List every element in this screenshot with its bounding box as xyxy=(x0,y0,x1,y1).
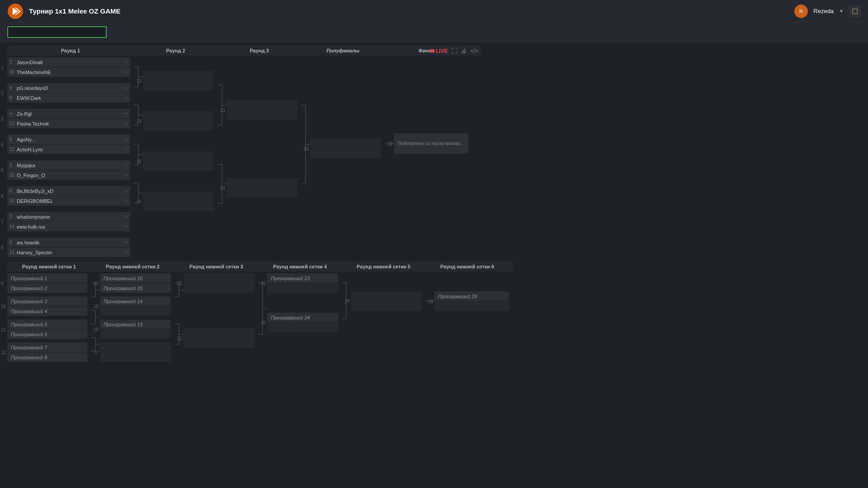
lb-m25-p2[interactable] xyxy=(267,283,338,293)
edit-icon[interactable]: ✎ xyxy=(124,199,128,203)
r2-m16-p2[interactable] xyxy=(143,202,214,211)
match26-num: 26 xyxy=(261,320,266,325)
edit-icon[interactable]: ✎ xyxy=(124,60,128,65)
player-name: whatismyname xyxy=(17,214,124,220)
sf-m28-p2[interactable] xyxy=(310,149,381,158)
edit-icon[interactable]: ✎ xyxy=(124,112,128,116)
r3-m23-p2[interactable] xyxy=(226,110,297,120)
lb-m11-p2[interactable]: Проигравший 6 xyxy=(7,329,87,339)
lb-m11-p1[interactable]: Проигравший 5 xyxy=(7,319,87,329)
match5-p1[interactable]: 2 Муррjка ✎ xyxy=(7,160,130,170)
lb-match-18: 18 Проигравший 13 xyxy=(100,319,171,339)
lb-m22-p1[interactable] xyxy=(184,273,255,283)
edit-icon[interactable]: ✎ xyxy=(124,86,128,90)
edit-icon[interactable]: ✎ xyxy=(124,96,128,100)
print-icon[interactable]: 🖨 xyxy=(461,47,467,54)
match15-num: 15 xyxy=(137,159,142,164)
lb-m12-p2[interactable]: Проигравший 8 xyxy=(7,352,87,362)
lb-m19-p1[interactable]: Проигравший 14 xyxy=(100,296,171,306)
lb-m10-p1[interactable]: Проигравший 3 xyxy=(7,296,87,306)
lb-m10-p2[interactable]: Проигравший 4 xyxy=(7,306,87,316)
lb-m19-p2[interactable] xyxy=(100,306,171,316)
lb-m22-p2[interactable] xyxy=(184,283,255,293)
search-input[interactable] xyxy=(7,26,107,38)
seed: 8 xyxy=(9,95,15,100)
lb-m9-p1[interactable]: Проигравший 1 xyxy=(7,273,87,283)
edit-icon[interactable]: ✎ xyxy=(124,163,128,168)
lb-m26-p1[interactable]: Проигравший 24 xyxy=(267,313,338,322)
r2-m13-p1[interactable] xyxy=(143,71,214,80)
lb-m20-p2[interactable]: Проигравший 15 xyxy=(100,283,171,293)
edit-icon[interactable]: ✎ xyxy=(124,122,128,126)
r2-m13-p2[interactable] xyxy=(143,81,214,90)
match2-p2[interactable]: 8 EWW.Dark ✎ xyxy=(7,93,130,103)
r3-m24-p2[interactable] xyxy=(226,188,297,197)
player-name: AgoNy... xyxy=(17,137,124,142)
match7-p1[interactable]: 3 whatismyname ✎ xyxy=(7,212,130,221)
match3-num: 3 xyxy=(1,116,4,121)
final-box[interactable]: Победители из числа проигр... xyxy=(394,133,468,154)
lb-m27-p2[interactable] xyxy=(351,301,422,311)
match8-p1[interactable]: 6 ies.heartik ✎ xyxy=(7,238,130,247)
sf-m28-p1[interactable] xyxy=(310,139,381,148)
expand-icon[interactable]: ⛶ xyxy=(452,47,458,54)
lb-m20-p1[interactable]: Проигравший 16 xyxy=(100,273,171,283)
round2-header: Раунд 2 xyxy=(134,46,217,56)
seed: 9 xyxy=(9,85,15,90)
match3-p1[interactable]: 4 Ze-Rgl ✎ xyxy=(7,109,130,118)
lb-m27-p1[interactable] xyxy=(351,291,422,301)
edit-icon[interactable]: ✎ xyxy=(124,215,128,219)
match6-p1[interactable]: 6 BeJIb3eByJI_xD ✎ xyxy=(7,186,130,196)
lb-m21-p1[interactable] xyxy=(184,328,255,338)
lb-match-25: 25 Проигравший 23 xyxy=(267,273,338,293)
r2-m16-p1[interactable] xyxy=(143,192,214,201)
lb-m17-p1[interactable] xyxy=(100,343,171,352)
match1-p2[interactable]: 16 TheMachineNE ✎ xyxy=(7,67,130,77)
lb-m12-p1[interactable]: Проигравший 7 xyxy=(7,343,87,352)
lb-match-29: 29 Проигравший 28 xyxy=(434,291,509,311)
connector-r2-r3 xyxy=(217,57,226,220)
r3-m24-p1[interactable] xyxy=(226,178,297,188)
lb-m18-p1[interactable]: Проигравший 13 xyxy=(100,319,171,329)
lb-m21-p2[interactable] xyxy=(184,338,255,348)
lb-m26-p2[interactable] xyxy=(267,323,338,332)
r2-m14-p1[interactable] xyxy=(143,111,214,121)
lower-round3-header: Раунд нижней сетки 3 xyxy=(175,262,258,272)
match19-num: 19 xyxy=(94,304,99,309)
lb-m9-p2[interactable]: Проигравший 2 xyxy=(7,283,87,293)
connector-r3-sf xyxy=(301,57,310,220)
r2-m14-p2[interactable] xyxy=(143,121,214,131)
match1-p1[interactable]: 1 JasonDinalt ✎ xyxy=(7,57,130,67)
lb-m29-p2[interactable] xyxy=(434,301,509,311)
edit-icon[interactable]: ✎ xyxy=(124,173,128,178)
edit-icon[interactable]: ✎ xyxy=(124,137,128,142)
edit-icon[interactable]: ✎ xyxy=(124,240,128,245)
player-name: Pasha.Technik xyxy=(17,121,124,127)
match6-p2[interactable]: 10 DERIGBOMBEL ✎ xyxy=(7,196,130,206)
lb-match-22: 22 xyxy=(184,273,255,293)
lb-m17-p2[interactable] xyxy=(100,352,171,362)
r3-m23-p1[interactable] xyxy=(226,100,297,110)
match7-p2[interactable]: 14 eww.hulk.rus ✎ xyxy=(7,222,130,231)
edit-icon[interactable]: ✎ xyxy=(124,70,128,75)
edit-icon[interactable]: ✎ xyxy=(124,225,128,229)
edit-icon[interactable]: ✎ xyxy=(124,250,128,255)
lb-m18-p2[interactable] xyxy=(100,329,171,339)
edit-icon[interactable]: ✎ xyxy=(124,147,128,152)
window-icon[interactable] xyxy=(849,5,861,17)
match4-p2[interactable]: 12 ActioN.Lyric ✎ xyxy=(7,145,130,154)
code-icon[interactable]: </> xyxy=(471,47,478,54)
r2-m15-p2[interactable] xyxy=(143,161,214,171)
match5-p2[interactable]: 15 O_Fingon_O ✎ xyxy=(7,170,130,180)
edit-icon[interactable]: ✎ xyxy=(124,189,128,193)
r2-m15-p1[interactable] xyxy=(143,151,214,161)
match3-p2[interactable]: 13 Pasha.Technik ✎ xyxy=(7,119,130,128)
lb-m29-p1[interactable]: Проигравший 28 xyxy=(434,291,509,301)
match2-p1[interactable]: 9 pG.nicedayxD ✎ xyxy=(7,83,130,93)
lb-match-26: 26 Проигравший 24 xyxy=(267,313,338,332)
lb-m25-p1[interactable]: Проигравший 23 xyxy=(267,273,338,283)
seed: 2 xyxy=(9,163,15,168)
lb-r5-column: 27 xyxy=(351,273,425,313)
match8-p2[interactable]: 11 Harvey_Specter ✎ xyxy=(7,248,130,257)
match4-p1[interactable]: 5 AgoNy... ✎ xyxy=(7,135,130,144)
